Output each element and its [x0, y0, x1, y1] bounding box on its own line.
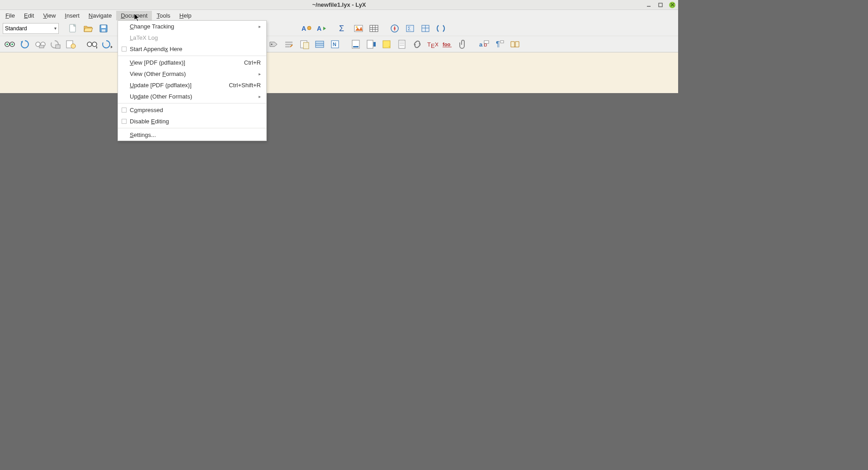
svg-rect-50 [303, 42, 309, 49]
minimize-button[interactable] [646, 2, 652, 8]
menu-change-tracking[interactable]: Change Tracking ▸ [118, 21, 266, 32]
checkbox-icon [122, 47, 127, 52]
hyperlink-icon[interactable] [410, 38, 424, 51]
svg-rect-59 [373, 42, 376, 47]
toggle-outline-icon[interactable]: Σ [403, 22, 417, 35]
ert-icon[interactable]: foo [441, 38, 455, 51]
view-master-icon[interactable] [33, 38, 47, 51]
svg-rect-71 [484, 41, 489, 43]
menu-tools[interactable]: Tools [152, 11, 175, 20]
new-document-icon[interactable] [66, 22, 80, 35]
menu-start-appendix[interactable]: Start Appendix Here [118, 43, 266, 55]
document-menu-dropdown: Change Tracking ▸ LaTeX Log Start Append… [118, 20, 267, 141]
svg-rect-58 [367, 40, 373, 48]
menu-navigate[interactable]: Navigate [84, 11, 116, 20]
save-document-icon[interactable] [97, 22, 110, 35]
svg-rect-60 [383, 41, 390, 48]
menu-disable-editing[interactable]: Disable Editing [118, 116, 266, 127]
table-icon[interactable] [367, 22, 381, 35]
submenu-arrow-icon: ▸ [259, 71, 261, 76]
menu-separator [118, 103, 266, 103]
update-icon[interactable] [18, 38, 32, 51]
menu-view-other[interactable]: View (Other Formats) ▸ [118, 68, 266, 80]
svg-point-12 [307, 26, 311, 30]
menu-insert[interactable]: Insert [60, 11, 84, 20]
view-icon[interactable] [3, 38, 16, 51]
margin-note-icon[interactable] [364, 38, 378, 51]
svg-marker-44 [111, 46, 113, 48]
toggle-math-toolbar-icon[interactable] [434, 22, 448, 35]
cross-ref-icon[interactable] [282, 38, 296, 51]
toolbar-main: Standard ▾ A A A A Σ Σ [0, 21, 678, 36]
menu-document[interactable]: Document [116, 11, 152, 20]
thesaurus-icon[interactable] [508, 38, 522, 51]
citation-icon[interactable] [297, 38, 311, 51]
menu-bar: File Edit View Insert Navigate Document … [0, 10, 678, 21]
menu-update-pdf[interactable]: Update [PDF (pdflatex)] Ctrl+Shift+R [118, 80, 266, 91]
footnote-icon[interactable] [349, 38, 363, 51]
svg-text:N: N [333, 42, 336, 47]
submenu-arrow-icon: ▸ [259, 94, 261, 99]
paragraph-settings-icon[interactable]: ¶ [493, 38, 506, 51]
svg-point-41 [87, 42, 92, 47]
svg-point-42 [92, 42, 97, 47]
svg-point-40 [71, 44, 75, 48]
svg-rect-48 [285, 46, 290, 47]
svg-marker-43 [96, 46, 97, 49]
svg-rect-1 [659, 3, 662, 7]
enable-output-icon[interactable] [64, 38, 78, 51]
note-icon[interactable] [380, 38, 393, 51]
menu-separator [118, 56, 266, 56]
label-icon[interactable] [267, 38, 280, 51]
toolbar-extra: N TEX foo ab ¶ [0, 36, 678, 52]
title-bar: ~/newfile1.lyx - LyX [0, 0, 678, 10]
paragraph-style-select[interactable]: Standard ▾ [3, 23, 59, 34]
update-other-icon[interactable] [100, 38, 114, 51]
window-title: ~/newfile1.lyx - LyX [312, 1, 366, 8]
menu-update-other[interactable]: Update (Other Formats) ▸ [118, 91, 266, 102]
shortcut-label: Ctrl+Shift+R [229, 82, 261, 89]
text-style-icon[interactable]: ab [477, 38, 491, 51]
svg-rect-73 [500, 41, 504, 43]
close-button[interactable] [669, 2, 675, 8]
toggle-table-icon[interactable] [419, 22, 432, 35]
navigate-icon[interactable] [388, 22, 401, 35]
menu-settings[interactable]: Settings... [118, 129, 266, 141]
clip-icon[interactable] [457, 38, 470, 51]
menu-file[interactable]: File [1, 11, 19, 20]
menu-latex-log: LaTeX Log [118, 32, 266, 43]
svg-text:Σ: Σ [339, 24, 344, 33]
view-other-icon[interactable] [85, 38, 99, 51]
menu-view[interactable]: View [38, 11, 60, 20]
update-master-icon[interactable] [49, 38, 62, 51]
box-icon[interactable] [395, 38, 409, 51]
svg-rect-18 [370, 25, 378, 32]
index-icon[interactable] [313, 38, 326, 51]
svg-text:¶: ¶ [496, 40, 500, 48]
svg-point-33 [11, 43, 13, 45]
graphics-icon[interactable] [352, 22, 365, 35]
menu-compressed[interactable]: Compressed [118, 104, 266, 116]
svg-rect-47 [285, 44, 292, 45]
checkbox-icon [122, 108, 127, 113]
math-icon[interactable]: Σ [336, 22, 350, 35]
svg-text:foo: foo [443, 42, 450, 47]
paragraph-style-value: Standard [5, 25, 27, 32]
svg-rect-51 [316, 41, 324, 47]
svg-text:A: A [317, 25, 321, 32]
svg-rect-8 [102, 29, 105, 32]
tex-icon[interactable]: TEX [426, 38, 439, 51]
svg-rect-37 [39, 45, 44, 48]
svg-rect-57 [353, 46, 359, 47]
menu-view-pdf[interactable]: View [PDF (pdflatex)] Ctrl+R [118, 57, 266, 68]
nomenclature-icon[interactable]: N [328, 38, 342, 51]
svg-marker-24 [394, 26, 396, 31]
submenu-arrow-icon: ▸ [259, 24, 261, 29]
svg-text:Σ: Σ [408, 26, 410, 31]
menu-edit[interactable]: Edit [19, 11, 38, 20]
apply-last-icon[interactable]: A [316, 22, 329, 35]
menu-help[interactable]: Help [175, 11, 196, 20]
open-document-icon[interactable] [81, 22, 95, 35]
noun-icon[interactable]: A [300, 22, 314, 35]
maximize-button[interactable] [657, 2, 664, 8]
